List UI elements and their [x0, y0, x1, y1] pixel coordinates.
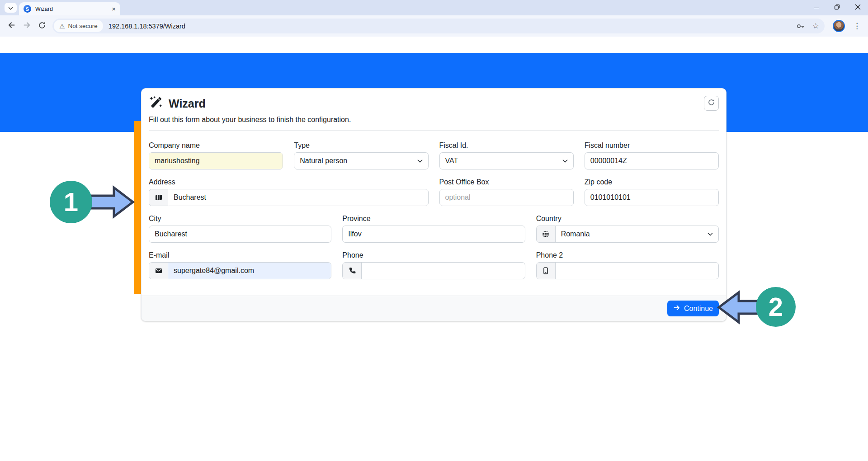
bookmark-star-icon[interactable]: ☆ — [812, 22, 819, 30]
step2-annotation: 2 — [719, 287, 796, 327]
forward-button[interactable] — [19, 19, 34, 34]
reload-icon — [38, 21, 46, 31]
phone-label: Phone — [342, 251, 525, 259]
orange-highlight-bar — [134, 121, 141, 294]
page-subtitle: Fill out this form about your business t… — [149, 116, 719, 124]
wizard-card-footer: Continue — [142, 296, 726, 321]
fiscal-id-label: Fiscal Id. — [439, 141, 574, 150]
step2-arrow-icon — [719, 292, 774, 322]
chevron-down-icon — [708, 232, 713, 236]
refresh-form-button[interactable] — [704, 96, 719, 111]
password-key-icon[interactable] — [796, 22, 805, 30]
reload-button[interactable] — [34, 19, 50, 34]
step1-annotation: 1 — [50, 181, 133, 223]
site-security-chip[interactable]: ⚠ Not secure — [54, 20, 103, 32]
page-title: Wizard — [169, 97, 206, 110]
browser-menu-icon[interactable]: ⋮ — [853, 21, 861, 31]
zip-code-input[interactable] — [585, 189, 718, 206]
country-label: Country — [536, 215, 719, 223]
chevron-down-icon — [8, 4, 13, 12]
url-text: 192.168.1.18:5379/Wizard — [108, 23, 185, 30]
wizard-form: Company name Type Natural person — [149, 141, 719, 279]
fiscal-number-input[interactable] — [585, 153, 718, 169]
close-icon — [855, 4, 861, 12]
type-select-value: Natural person — [294, 157, 353, 165]
refresh-icon — [708, 99, 715, 108]
step1-number: 1 — [64, 187, 78, 216]
country-select-value: Romania — [556, 230, 595, 238]
security-label: Not secure — [68, 23, 98, 29]
site-favicon-icon: S — [24, 5, 31, 13]
type-label: Type — [294, 141, 428, 150]
fiscal-number-field: Fiscal number — [585, 141, 719, 169]
country-field: Country Romania — [536, 215, 719, 243]
city-input[interactable] — [149, 226, 331, 242]
continue-button[interactable]: Continue — [667, 301, 719, 316]
province-field: Province — [342, 215, 525, 243]
phone-field: Phone — [342, 251, 525, 279]
phone2-input[interactable] — [556, 263, 718, 279]
minimize-button[interactable] — [806, 0, 826, 15]
browser-tab[interactable]: S Wizard × — [19, 2, 120, 15]
company-name-field: Company name — [149, 141, 283, 169]
zip-code-field: Zip code — [585, 178, 719, 206]
phone-input[interactable] — [362, 263, 524, 279]
city-label: City — [149, 215, 331, 223]
step1-arrow-icon — [79, 188, 133, 216]
address-bar[interactable]: ⚠ Not secure 192.168.1.18:5379/Wizard ☆ — [52, 19, 825, 33]
fiscal-id-select[interactable]: VAT — [439, 152, 574, 169]
zip-code-label: Zip code — [585, 178, 719, 186]
minimize-icon — [814, 8, 819, 8]
chevron-down-icon — [417, 159, 423, 163]
phone2-label: Phone 2 — [536, 251, 719, 259]
province-label: Province — [342, 215, 525, 223]
tab-search-button[interactable] — [5, 3, 17, 13]
back-button[interactable] — [4, 19, 19, 34]
step1-circle — [50, 181, 92, 223]
email-label: E-mail — [149, 251, 331, 259]
globe-icon — [537, 226, 556, 242]
address-input[interactable] — [168, 189, 428, 206]
fiscal-id-field: Fiscal Id. VAT — [439, 141, 574, 169]
phone-icon — [343, 263, 362, 279]
chevron-down-icon — [562, 159, 568, 163]
continue-button-label: Continue — [684, 305, 713, 313]
email-input[interactable] — [168, 263, 331, 279]
forward-arrow-icon — [23, 21, 31, 31]
country-select[interactable]: Romania — [536, 226, 719, 243]
address-field: Address — [149, 178, 429, 206]
province-input[interactable] — [343, 226, 524, 242]
back-arrow-icon — [7, 21, 16, 31]
restore-icon — [834, 4, 840, 12]
type-select[interactable]: Natural person — [294, 152, 428, 169]
mobile-icon — [537, 263, 556, 279]
email-field: E-mail — [149, 251, 331, 279]
tab-title: Wizard — [35, 6, 108, 12]
po-box-field: Post Office Box — [439, 178, 574, 206]
type-field: Type Natural person — [294, 141, 428, 169]
tab-strip: S Wizard × — [0, 0, 868, 15]
company-name-label: Company name — [149, 141, 283, 150]
company-name-input[interactable] — [149, 153, 283, 169]
fiscal-number-label: Fiscal number — [585, 141, 719, 150]
step2-circle — [756, 287, 796, 327]
arrow-right-icon — [673, 304, 680, 313]
envelope-icon — [149, 263, 168, 279]
close-button[interactable] — [847, 0, 868, 15]
restore-button[interactable] — [826, 0, 847, 15]
page-content: Wizard Fill out this form about your bus… — [0, 37, 868, 461]
profile-avatar[interactable] — [833, 20, 845, 32]
wizard-card-body: Wizard Fill out this form about your bus… — [142, 89, 726, 296]
tab-close-icon[interactable]: × — [112, 5, 116, 12]
phone2-field: Phone 2 — [536, 251, 719, 279]
step2-number: 2 — [769, 292, 783, 321]
header-divider — [149, 130, 719, 131]
fiscal-id-select-value: VAT — [440, 157, 464, 165]
magic-wand-icon — [149, 96, 162, 111]
map-icon — [149, 189, 168, 206]
wizard-card: Wizard Fill out this form about your bus… — [141, 88, 726, 321]
window-controls — [806, 0, 868, 15]
address-label: Address — [149, 178, 429, 186]
po-box-label: Post Office Box — [439, 178, 574, 186]
po-box-input[interactable] — [440, 189, 573, 206]
